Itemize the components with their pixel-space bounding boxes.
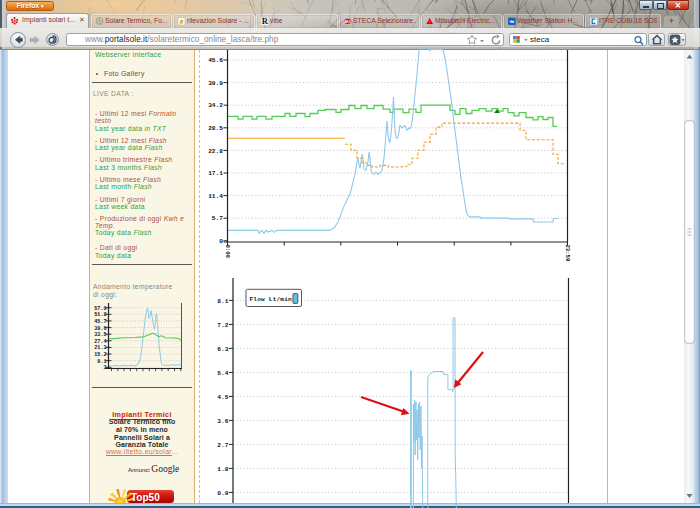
svg-text:27.4: 27.4 [94, 339, 106, 345]
svg-text:57.9: 57.9 [94, 306, 106, 312]
svg-text:51.8: 51.8 [94, 312, 106, 318]
svg-text:45.7: 45.7 [94, 319, 106, 325]
svg-text:9.1: 9.1 [97, 359, 106, 365]
svg-text:21.3: 21.3 [94, 345, 106, 351]
svg-text:15.2: 15.2 [94, 352, 106, 358]
svg-text:33.5: 33.5 [94, 332, 106, 338]
svg-text:39.6: 39.6 [94, 326, 106, 332]
